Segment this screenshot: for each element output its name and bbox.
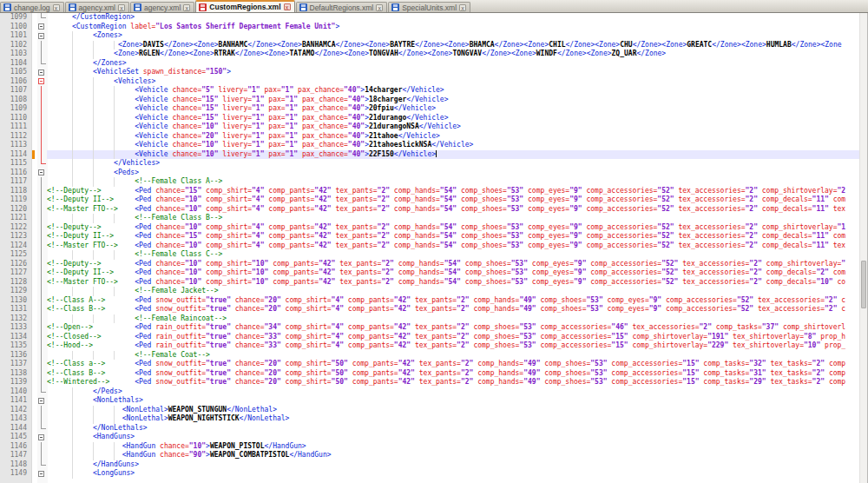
code-text[interactable]: <!--Female Class C--> (47, 250, 859, 260)
code-text[interactable]: <CustomRegion label="Los Santos Sheriff … (47, 23, 859, 32)
code-text[interactable]: <!--Hood--> <Ped rain_outfit="true" chan… (47, 341, 859, 351)
tab-defaultregions-xml[interactable]: DefaultRegions.xmlx (296, 2, 388, 12)
fold-cell[interactable] (36, 77, 47, 87)
close-tab-icon[interactable]: x (459, 4, 466, 11)
indent-guide (114, 86, 115, 96)
fold-collapse-icon[interactable] (38, 471, 44, 477)
fold-cell[interactable] (36, 396, 47, 406)
line-number: 1125 (0, 250, 31, 260)
code-line: 1113 <Vehicle chance="10" livery="1" pax… (0, 141, 859, 150)
code-line: 1147 <HandGun chance="90">WEAPON_COMBATP… (0, 451, 859, 460)
fold-collapse-icon[interactable] (38, 78, 44, 84)
fold-collapse-icon[interactable] (38, 169, 44, 175)
code-text[interactable]: <Vehicles> (47, 77, 859, 87)
code-text[interactable]: <VehicleSet spawn_distance="150"> (47, 68, 859, 77)
fold-cell (36, 406, 47, 415)
code-text[interactable]: </Vehicles> (47, 159, 859, 169)
code-text[interactable]: <!--Class B--> <Ped snow_outfit="true" c… (47, 305, 859, 314)
code-text[interactable]: <HandGun chance="90">WEAPON_COMBATPISTOL… (47, 451, 859, 460)
code-text[interactable]: <!--Class A--> <Ped snow_outfit="true" c… (47, 296, 859, 306)
fold-cell (36, 141, 47, 150)
code-text[interactable]: <!--Class a--> <Ped snow_outfit="true" c… (47, 360, 859, 369)
code-text[interactable]: <!--Female Coat--> (47, 351, 859, 361)
tab-change-log[interactable]: change.logx (0, 2, 64, 12)
code-text[interactable]: <!--Master FTO--> <Ped chance="10" comp_… (47, 205, 859, 215)
close-tab-icon[interactable]: x (53, 4, 60, 11)
code-text[interactable]: <Vehicle chance="10" livery="1" pax="1" … (47, 150, 859, 160)
code-text[interactable]: <Vehicle chance="5" livery="1" pax="1" p… (47, 86, 859, 96)
fold-collapse-icon[interactable] (38, 398, 44, 404)
code-text[interactable]: <Zone>DAVIS</Zone><Zone>BANHAMC</Zone><Z… (47, 41, 859, 50)
fold-collapse-icon[interactable] (38, 69, 44, 76)
vertical-scrollbar[interactable] (859, 13, 868, 483)
code-text[interactable]: <NonLethal>WEAPON_STUNGUN</NonLethal> (47, 406, 859, 415)
tab-specialunits-xml[interactable]: SpecialUnits.xmlx (388, 2, 470, 12)
tab-customregions-xml[interactable]: CustomRegions.xmlx (195, 0, 294, 12)
code-editor[interactable]: 1099 </CustomRegion>1100 <CustomRegion l… (0, 13, 868, 483)
code-text[interactable]: <Vehicle chance="15" livery="1" pax="1" … (47, 96, 859, 105)
fold-collapse-icon[interactable] (38, 23, 44, 30)
scrollbar-thumb[interactable] (861, 261, 866, 308)
code-text[interactable]: <!--Deputy II--> <Ped chance="15" comp_s… (47, 232, 859, 242)
close-tab-icon[interactable]: x (284, 3, 291, 10)
close-tab-icon[interactable]: x (183, 4, 190, 11)
code-text[interactable]: <!--Master FTO--> <Ped chance="10" comp_… (47, 242, 859, 251)
code-text[interactable]: <!--Female Jacket--> (47, 287, 859, 296)
tab-agency-xml[interactable]: agency.xmlx (65, 2, 129, 12)
code-text[interactable]: <HandGuns> (47, 433, 859, 442)
close-tab-icon[interactable]: x (376, 4, 383, 11)
code-text[interactable]: <LongGuns> (47, 469, 859, 479)
code-text[interactable]: <Vehicle chance="10" livery="1" pax="1" … (47, 141, 859, 150)
line-number: 1132 (0, 314, 31, 324)
code-text[interactable]: <!--Closed--> <Ped rain_outfit="true" ch… (47, 333, 859, 342)
code-text[interactable]: <Vehicle chance="15" livery="1" pax="1" … (47, 114, 859, 123)
code-text[interactable]: <!--Deputy--> <Ped chance="10" comp_shir… (47, 223, 859, 233)
code-line: 1120<!--Master FTO--> <Ped chance="10" c… (0, 205, 859, 215)
code-text[interactable]: <!--Female Raincoat--> (47, 314, 859, 324)
code-text[interactable]: <!--Female Class A--> (47, 177, 859, 187)
code-text[interactable]: </Peds> (47, 387, 859, 397)
code-text[interactable]: </CustomRegion> (47, 13, 859, 23)
code-text[interactable]: </HandGuns> (47, 460, 859, 470)
fold-guide-line (41, 232, 42, 242)
code-text[interactable]: <!--Deputy--> <Ped chance="10" comp_shir… (47, 260, 859, 269)
line-number: 1122 (0, 223, 31, 233)
code-text[interactable]: </NonLethals> (47, 424, 859, 433)
code-text[interactable]: </Zones> (47, 59, 859, 69)
code-lines: 1099 </CustomRegion>1100 <CustomRegion l… (0, 13, 859, 479)
fold-collapse-icon[interactable] (38, 434, 44, 440)
fold-collapse-icon[interactable] (38, 33, 44, 39)
code-text[interactable]: <Vehicle chance="20" livery="1" pax="1" … (47, 132, 859, 142)
indent-guide (93, 442, 94, 452)
code-text[interactable]: <NonLethals> (47, 396, 859, 406)
code-text[interactable]: <!--Deputy--> <Ped chance="15" comp_shir… (47, 187, 859, 196)
tab-agency-xml[interactable]: agency.xmlx (130, 2, 194, 12)
code-text[interactable]: <Peds> (47, 169, 859, 178)
fold-guide-line (41, 59, 46, 64)
fold-cell (36, 287, 47, 296)
code-text[interactable]: <!--Female Class B--> (47, 214, 859, 223)
fold-guide-line (41, 159, 46, 164)
code-text[interactable]: <!--Wintered--> <Ped snow_outfit="true" … (47, 378, 859, 387)
fold-cell[interactable] (36, 23, 47, 32)
code-text[interactable]: <!--Open--> <Ped rain_outfit="true" chan… (47, 323, 859, 333)
code-text[interactable]: <Vehicle chance="15" livery="1" pax="1" … (47, 104, 859, 114)
fold-cell[interactable] (36, 469, 47, 479)
code-text[interactable]: <Zones> (47, 31, 859, 41)
code-text[interactable]: <NonLethal>WEAPON_NIGHTSTICK</NonLethal> (47, 414, 859, 424)
code-text[interactable]: <Vehicle chance="10" livery="1" pax="1" … (47, 122, 859, 132)
fold-guide-line (41, 195, 42, 205)
code-text[interactable]: <!--Deputy II--> <Ped chance="10" comp_s… (47, 195, 859, 205)
code-text[interactable]: <!--Class B--> <Ped snow_outfit="true" c… (47, 369, 859, 379)
close-tab-icon[interactable]: x (118, 4, 125, 11)
code-text[interactable]: <HandGun chance="10">WEAPON_PISTOL</Hand… (47, 442, 859, 452)
fold-cell[interactable] (36, 169, 47, 178)
fold-cell[interactable] (36, 31, 47, 41)
fold-guide-line (41, 141, 42, 150)
code-text[interactable]: <!--Master FTO--> <Ped chance="10" comp_… (47, 278, 859, 288)
fold-cell (36, 305, 47, 314)
code-text[interactable]: <Zone>RGLEN</Zone><Zone>RTRAK</Zone><Zon… (47, 50, 859, 59)
code-text[interactable]: <!--Deputy II--> <Ped chance="10" comp_s… (47, 268, 859, 278)
fold-cell[interactable] (36, 433, 47, 442)
fold-cell[interactable] (36, 68, 47, 77)
